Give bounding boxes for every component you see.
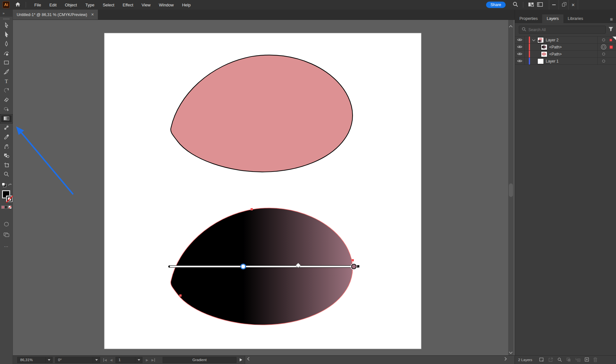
tool-artboard[interactable] xyxy=(0,161,13,170)
gradient-length-handle[interactable] xyxy=(357,265,359,267)
tool-shaper[interactable] xyxy=(0,105,13,114)
target-cell[interactable] xyxy=(597,37,610,43)
lock-cell[interactable] xyxy=(525,37,529,43)
gradient-annotator-bar[interactable] xyxy=(169,266,358,267)
visibility-toggle[interactable] xyxy=(515,51,525,57)
minimize-button[interactable] xyxy=(549,0,559,10)
anchor-point-right[interactable] xyxy=(352,259,354,261)
last-artboard-button[interactable]: ▶ xyxy=(151,358,155,362)
gradient-origin-handle[interactable] xyxy=(168,266,170,267)
layers-search-box[interactable] xyxy=(519,26,606,34)
layer-row-main[interactable]: <Path> xyxy=(530,44,597,50)
make-mask-button[interactable] xyxy=(566,357,571,363)
tool-zoom[interactable] xyxy=(0,170,13,179)
target-circle-icon[interactable] xyxy=(602,53,605,55)
collect-for-export-button[interactable] xyxy=(539,357,544,363)
tool-eraser[interactable] xyxy=(0,96,13,105)
vertical-scrollbar-thumb[interactable] xyxy=(509,183,513,197)
visibility-toggle[interactable] xyxy=(515,44,525,50)
menu-window[interactable]: Window xyxy=(159,3,174,7)
scroll-down-icon[interactable] xyxy=(509,350,512,354)
anchor-point-left[interactable] xyxy=(179,294,182,297)
tool-type[interactable]: T xyxy=(0,77,13,86)
tool-paintbrush[interactable] xyxy=(0,68,13,77)
target-circle-icon[interactable] xyxy=(602,60,605,63)
object-name[interactable]: <Path> xyxy=(549,52,562,56)
anchor-point-top[interactable] xyxy=(251,208,253,210)
scroll-right-icon[interactable] xyxy=(503,357,507,360)
tool-gradient[interactable] xyxy=(0,114,13,123)
tool-selection[interactable] xyxy=(0,21,13,30)
share-button[interactable]: Share xyxy=(486,2,506,8)
layer-name[interactable]: Layer 1 xyxy=(546,59,559,63)
default-fill-stroke-button[interactable] xyxy=(2,182,7,189)
new-sublayer-button[interactable] xyxy=(575,357,580,363)
draw-mode-icon[interactable] xyxy=(4,222,9,228)
gradient-button[interactable] xyxy=(5,206,8,209)
layer-row-path-pink[interactable]: <Path> xyxy=(515,51,616,58)
workspace-switcher-button[interactable] xyxy=(535,0,544,9)
next-artboard-button[interactable]: ▶ xyxy=(146,358,148,362)
rotation-dropdown[interactable] xyxy=(93,357,100,363)
search-button[interactable] xyxy=(511,0,520,9)
menu-file[interactable]: File xyxy=(34,3,41,7)
layers-search-input[interactable] xyxy=(528,28,603,32)
edit-toolbar-button[interactable]: … xyxy=(4,243,9,248)
scroll-left-icon[interactable] xyxy=(247,357,251,360)
visibility-toggle[interactable] xyxy=(515,58,525,64)
stroke-swatch[interactable] xyxy=(6,195,13,202)
object-name[interactable]: <Path> xyxy=(549,45,562,49)
home-button[interactable] xyxy=(13,0,22,10)
layer-thumbnail[interactable] xyxy=(537,58,544,64)
menu-type[interactable]: Type xyxy=(85,3,94,7)
layer-row-path-gradient[interactable]: <Path> xyxy=(515,44,616,51)
tool-curvature[interactable] xyxy=(0,49,13,58)
swap-fill-stroke-button[interactable] xyxy=(8,183,12,189)
zoom-level-field[interactable]: 86,31% xyxy=(17,357,46,363)
tool-width[interactable] xyxy=(0,123,13,133)
object-thumbnail[interactable] xyxy=(541,44,547,50)
zoom-level-dropdown[interactable] xyxy=(46,357,53,363)
previous-artboard-button[interactable]: ◀ xyxy=(110,358,113,362)
menu-help[interactable]: Help xyxy=(182,3,191,7)
vertical-scrollbar[interactable] xyxy=(508,20,514,355)
menu-select[interactable]: Select xyxy=(103,3,114,7)
lock-cell[interactable] xyxy=(525,58,529,64)
menu-effect[interactable]: Effect xyxy=(123,3,133,7)
export-button[interactable] xyxy=(548,357,553,363)
restore-button[interactable] xyxy=(559,0,569,10)
tool-symbol-sprayer[interactable] xyxy=(0,142,13,151)
tab-layers[interactable]: Layers xyxy=(542,14,563,23)
delete-layer-button[interactable] xyxy=(593,357,597,363)
tool-rectangle[interactable] xyxy=(0,58,13,68)
tool-shape-builder[interactable] xyxy=(0,151,13,161)
panel-menu-icon[interactable]: ≡ xyxy=(610,16,613,23)
artboard-number-field[interactable]: 1 xyxy=(116,357,135,363)
toolbar-grip[interactable] xyxy=(0,17,13,21)
target-circle-targeted-icon[interactable] xyxy=(602,46,605,48)
layer-thumbnail[interactable] xyxy=(537,37,544,43)
canvas-area[interactable] xyxy=(13,20,515,355)
locate-object-button[interactable] xyxy=(557,357,562,363)
arrange-documents-button[interactable] xyxy=(526,0,535,9)
tool-direct-selection[interactable] xyxy=(0,30,13,40)
tab-properties[interactable]: Properties xyxy=(515,14,542,23)
color-button[interactable] xyxy=(1,206,4,209)
rotation-field[interactable]: 0° xyxy=(55,357,93,363)
artboard-dropdown[interactable] xyxy=(135,357,142,363)
lock-cell[interactable] xyxy=(525,51,529,57)
layer-row-layer2[interactable]: Layer 2 xyxy=(515,37,616,44)
document-tab[interactable]: Untitled-1* @ 86,31 % (CMYK/Preview) ✕ xyxy=(13,10,98,20)
lock-cell[interactable] xyxy=(525,44,529,50)
toolbar-expand-button[interactable]: » xyxy=(0,10,13,17)
layer-row-main[interactable]: <Path> xyxy=(530,51,597,57)
none-button[interactable] xyxy=(8,206,12,209)
layer-row-layer1[interactable]: Layer 1 xyxy=(515,58,616,65)
filter-icon[interactable] xyxy=(608,27,613,33)
object-thumbnail[interactable] xyxy=(541,51,547,57)
scroll-up-icon[interactable] xyxy=(509,25,512,29)
screen-mode-icon[interactable] xyxy=(4,233,9,238)
layer-row-main[interactable]: Layer 1 xyxy=(530,58,597,64)
chevron-down-icon[interactable] xyxy=(532,38,535,41)
status-menu-arrow-icon[interactable] xyxy=(240,358,242,361)
